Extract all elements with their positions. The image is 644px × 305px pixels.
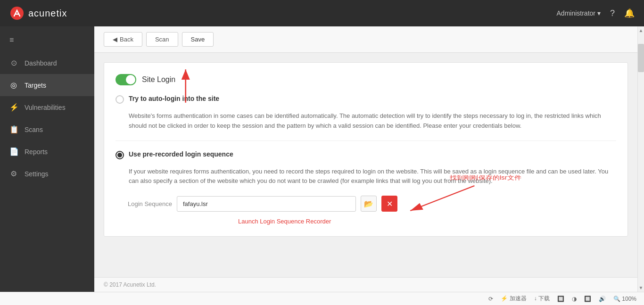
sidebar-menu-toggle[interactable]: ≡ [0,31,94,52]
radio-auto-label: Try to auto-login into the site [129,95,219,102]
vulnerabilities-icon: ⚡ [9,103,18,112]
radio-group-auto: Try to auto-login into the site Website'… [116,95,616,131]
radio-recorded-circle[interactable] [116,151,124,159]
dashboard-icon: ⊙ [9,58,18,67]
scans-icon: 📋 [9,125,18,134]
sidebar-label-settings: Settings [25,170,49,178]
radio-auto-desc: Website's forms authentication in some c… [129,111,616,131]
settings-icon: ⚙ [9,169,18,178]
status-refresh[interactable]: ⟳ [488,296,493,302]
acunetix-logo-icon [9,6,25,21]
admin-label: Administrator [557,9,595,17]
help-icon[interactable]: ? [610,8,615,18]
radio-auto-content: Try to auto-login into the site [129,95,219,102]
admin-arrow: ▾ [597,9,601,17]
sidebar-item-reports[interactable]: 📄 Reports [0,140,94,163]
radio-auto-circle[interactable] [116,95,124,104]
sidebar: ≡ ⊙ Dashboard ◎ Targets ⚡ Vulnerabilitie… [0,26,94,292]
copyright-text: © 2017 Acunetix Ltd. [104,281,156,288]
back-button[interactable]: ◀ Back [104,32,142,47]
site-login-card: Site Login Try to auto-login into the si… [104,62,628,237]
radio-group-recorded: Use pre-recorded login sequence If your … [116,150,616,187]
header-right: Administrator ▾ ? 🔔 [557,8,635,18]
close-icon: ✕ [387,199,393,208]
radio-recorded-content: Use pre-recorded login sequence [129,150,233,158]
toolbar: ◀ Back Scan Save [94,26,637,53]
status-volume[interactable]: 🔊 [599,296,606,302]
admin-dropdown[interactable]: Administrator ▾ [557,9,601,17]
scan-label: Scan [155,36,169,43]
sidebar-item-dashboard[interactable]: ⊙ Dashboard [0,52,94,74]
status-bar: ⟳ ⚡ 加速器 ↓ 下载 🔲 ◑ 🔲 🔊 🔍 100% [0,292,644,305]
login-sequence-label: Login Sequence [116,200,172,207]
scan-button[interactable]: Scan [146,32,178,47]
status-accelerator: ⚡ 加速器 [501,295,526,303]
radio-recorded-login[interactable]: Use pre-recorded login sequence [116,150,616,159]
clear-button[interactable]: ✕ [381,196,397,212]
sidebar-item-scans[interactable]: 📋 Scans [0,118,94,140]
sidebar-label-vulnerabilities: Vulnerabilities [25,104,66,111]
status-zoom: 🔍 100% [613,296,636,302]
notification-icon[interactable]: 🔔 [624,8,635,18]
scroll-up-arrow[interactable]: ▲ [638,26,644,34]
logo-area: acunetix [9,6,67,21]
reports-icon: 📄 [9,147,18,156]
scroll-down-arrow[interactable]: ▼ [638,284,644,292]
footer: © 2017 Acunetix Ltd. [94,277,637,292]
launch-recorder-link[interactable]: Launch Login Sequence Recorder [238,218,331,225]
sidebar-item-vulnerabilities[interactable]: ⚡ Vulnerabilities [0,96,94,118]
site-login-label: Site Login [142,75,175,84]
radio-recorded-desc: If your website requires forms authentic… [129,167,616,187]
folder-icon: 📂 [364,199,373,208]
scrollbar-thumb[interactable] [638,44,644,72]
sidebar-item-settings[interactable]: ⚙ Settings [0,163,94,185]
back-label: Back [120,36,133,43]
scroll-up-icon[interactable]: ▲ [637,26,644,34]
scroll-down-icon[interactable]: ▼ [637,284,644,292]
page-content: Site Login Try to auto-login into the si… [94,53,637,277]
targets-icon: ◎ [9,81,18,90]
status-download: ↓ 下载 [534,295,550,303]
main-layout: ≡ ⊙ Dashboard ◎ Targets ⚡ Vulnerabilitie… [0,26,644,292]
sidebar-label-targets: Targets [25,82,46,89]
sidebar-label-dashboard: Dashboard [25,59,57,67]
sidebar-label-scans: Scans [25,126,43,133]
divider [116,140,616,141]
site-login-toggle-row: Site Login [116,74,616,85]
file-browse-button[interactable]: 📂 [361,196,377,212]
status-icon2: ◑ [572,296,577,302]
content-area: ◀ Back Scan Save Site Login [94,26,637,292]
status-icon3: 🔲 [584,296,591,302]
save-label: Save [191,36,205,43]
login-sequence-row: Login Sequence 📂 ✕ [116,196,616,212]
sidebar-label-reports: Reports [25,148,48,156]
save-button[interactable]: Save [182,32,214,47]
site-login-toggle[interactable] [116,74,136,85]
svg-point-0 [10,7,24,20]
top-header: acunetix Administrator ▾ ? 🔔 [0,0,644,26]
right-scrollbar[interactable]: ▲ ▼ [637,26,644,292]
back-arrow-icon: ◀ [113,36,117,43]
radio-recorded-label: Use pre-recorded login sequence [129,150,233,158]
status-icon1: 🔲 [557,296,564,302]
sidebar-item-targets[interactable]: ◎ Targets [0,74,94,96]
login-sequence-input[interactable] [177,196,356,212]
logo-text: acunetix [28,8,67,19]
radio-auto-login[interactable]: Try to auto-login into the site [116,95,616,104]
